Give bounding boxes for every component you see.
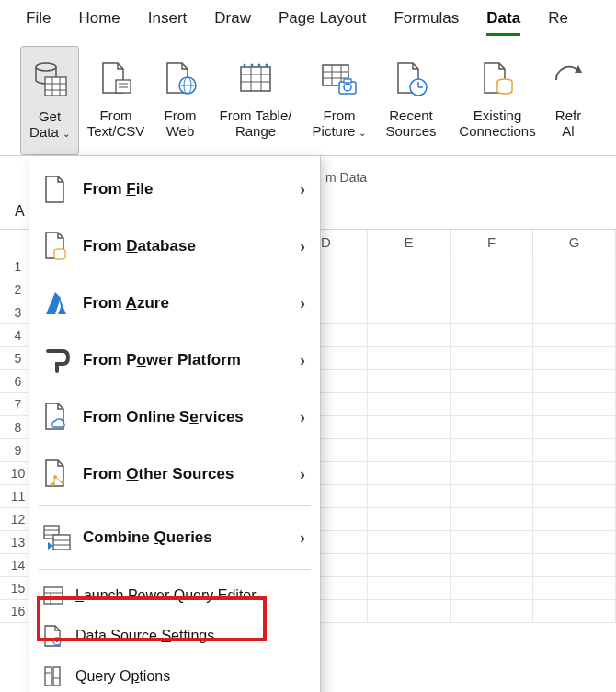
ribbon-group-label-partial: m Data	[325, 170, 367, 185]
menu-from-other-sources[interactable]: From Other Sources ›	[29, 448, 320, 500]
file-database-icon	[479, 50, 516, 107]
from-web-button[interactable]: From Web	[153, 46, 208, 155]
chevron-right-icon: ›	[300, 294, 305, 313]
col-header-e[interactable]: E	[368, 230, 451, 255]
cell[interactable]	[533, 462, 616, 485]
menu-combine-queries[interactable]: Combine Queries ›	[29, 512, 320, 563]
menu-label: From Database	[83, 237, 196, 255]
get-data-label: Get Data	[29, 108, 61, 140]
cell[interactable]	[368, 347, 451, 370]
tab-insert[interactable]: Insert	[148, 9, 188, 33]
cell[interactable]	[368, 600, 451, 623]
cell[interactable]	[368, 531, 451, 554]
menu-from-file[interactable]: From File ›	[29, 164, 320, 215]
menu-from-database[interactable]: From Database ›	[29, 221, 320, 272]
cell[interactable]	[368, 439, 451, 462]
menu-label: Query Options	[75, 668, 170, 685]
cell[interactable]	[368, 416, 451, 439]
tab-draw[interactable]: Draw	[214, 9, 251, 33]
cell[interactable]	[533, 301, 616, 324]
get-data-button[interactable]: Get Data ⌄	[20, 46, 79, 155]
cell[interactable]	[451, 439, 533, 462]
existing-connections-button[interactable]: Existing Connections	[447, 46, 548, 155]
cell[interactable]	[533, 370, 616, 393]
svg-point-0	[36, 63, 56, 71]
menu-label: Data Source Settings...	[75, 628, 227, 644]
cell[interactable]	[368, 324, 451, 347]
cell[interactable]	[451, 508, 533, 531]
cell[interactable]	[451, 324, 533, 347]
cell[interactable]	[533, 554, 616, 577]
cell[interactable]	[451, 301, 533, 324]
menu-label: From Power Platform	[83, 351, 241, 369]
svg-rect-53	[53, 667, 60, 686]
cell[interactable]	[533, 278, 616, 301]
file-web-icon	[162, 50, 199, 107]
cell[interactable]	[533, 347, 616, 370]
cell[interactable]	[368, 554, 451, 577]
from-text-csv-button[interactable]: From Text/CSV	[79, 46, 153, 155]
cell[interactable]	[368, 393, 451, 416]
cell[interactable]	[451, 278, 533, 301]
cell[interactable]	[451, 347, 533, 370]
cell[interactable]	[533, 531, 616, 554]
cell[interactable]	[451, 462, 533, 485]
col-header-g[interactable]: G	[533, 230, 616, 255]
cell[interactable]	[451, 554, 533, 577]
menu-from-online-services[interactable]: From Online Services ›	[29, 391, 320, 443]
menu-from-power-platform[interactable]: From Power Platform ›	[29, 335, 320, 386]
file-text-icon	[97, 50, 134, 107]
refresh-all-button-partial[interactable]: Refr Al	[548, 46, 588, 155]
cell[interactable]	[368, 485, 451, 508]
cell[interactable]	[368, 577, 451, 600]
chevron-right-icon: ›	[300, 465, 305, 484]
cell[interactable]	[451, 531, 533, 554]
cell[interactable]	[451, 600, 533, 623]
cell[interactable]	[533, 600, 616, 623]
tab-formulas[interactable]: Formulas	[394, 9, 459, 33]
recent-sources-button[interactable]: Recent Sources	[375, 46, 447, 155]
cell[interactable]	[533, 393, 616, 416]
from-table-range-label: From Table/ Range	[220, 108, 292, 140]
cell[interactable]	[451, 485, 533, 508]
menu-launch-power-query-editor[interactable]: Launch Power Query Editor...	[29, 575, 320, 616]
svg-rect-47	[44, 587, 63, 604]
chevron-right-icon: ›	[300, 528, 305, 548]
from-web-label: From Web	[165, 108, 197, 140]
cell[interactable]	[451, 370, 533, 393]
cell[interactable]	[533, 416, 616, 439]
azure-icon	[42, 290, 83, 316]
menu-label: From File	[83, 180, 154, 199]
tab-page-layout[interactable]: Page Layout	[279, 9, 366, 33]
cell[interactable]	[533, 439, 616, 462]
cell[interactable]	[533, 324, 616, 347]
tab-file[interactable]: File	[26, 9, 51, 33]
cell[interactable]	[451, 255, 533, 278]
cell[interactable]	[533, 508, 616, 531]
table-camera-icon	[319, 50, 359, 107]
cell[interactable]	[533, 577, 616, 600]
cell[interactable]	[368, 301, 451, 324]
cell[interactable]	[451, 577, 533, 600]
col-header-f[interactable]: F	[451, 230, 533, 255]
tab-review-partial[interactable]: Re	[548, 9, 568, 33]
cell[interactable]	[451, 416, 533, 439]
tab-data[interactable]: Data	[486, 9, 520, 36]
menu-data-source-settings[interactable]: Data Source Settings...	[29, 616, 320, 656]
cell[interactable]	[368, 370, 451, 393]
svg-line-38	[55, 477, 63, 482]
cell[interactable]	[451, 393, 533, 416]
cell[interactable]	[533, 255, 616, 278]
cell[interactable]	[533, 485, 616, 508]
cell[interactable]	[368, 255, 451, 278]
menu-from-azure[interactable]: From Azure ›	[29, 278, 320, 329]
cell[interactable]	[368, 278, 451, 301]
from-table-range-button[interactable]: From Table/ Range	[208, 46, 303, 155]
database-grid-icon	[29, 51, 70, 108]
from-picture-button[interactable]: From Picture ⌄	[303, 46, 375, 155]
tab-home[interactable]: Home	[78, 9, 120, 33]
cell[interactable]	[368, 462, 451, 485]
menu-query-options[interactable]: Query Options	[29, 656, 320, 692]
cell[interactable]	[368, 508, 451, 531]
file-clock-icon	[393, 50, 429, 107]
